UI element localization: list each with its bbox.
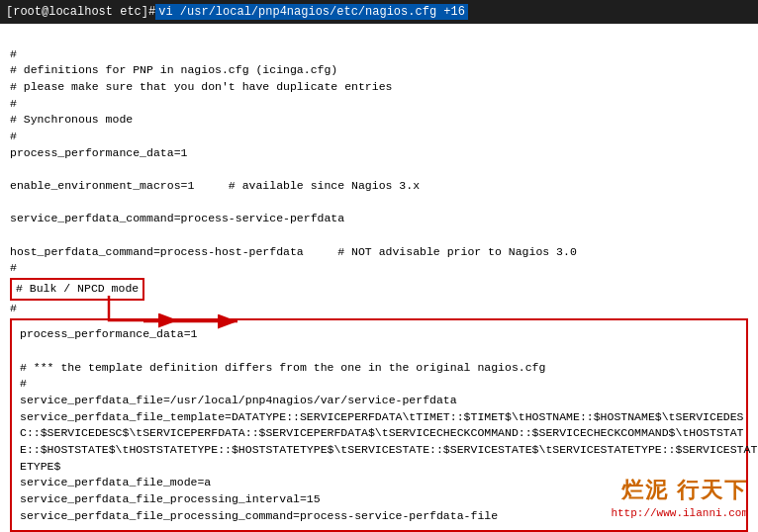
code-line: # *** the template definition differs fr… xyxy=(20,360,738,377)
code-line: # xyxy=(20,376,738,393)
code-line: # xyxy=(10,46,748,63)
terminal-window: [root@localhost etc]# vi /usr/local/pnp4… xyxy=(0,0,758,532)
code-line: service_perfdata_file_template=DATATYPE:… xyxy=(20,409,738,426)
bulk-label: # Bulk / NPCD mode xyxy=(10,278,144,301)
watermark-url: http://www.ilanni.com xyxy=(611,506,748,522)
command-bar: [root@localhost etc]# vi /usr/local/pnp4… xyxy=(0,0,758,24)
main-content: # # definitions for PNP in nagios.cfg (i… xyxy=(0,24,758,532)
command-text: vi /usr/local/pnp4nagios/etc/nagios.cfg … xyxy=(155,4,468,20)
hash-line: # xyxy=(10,301,748,317)
code-line: service_perfdata_file=/usr/local/pnp4nag… xyxy=(20,393,738,409)
code-line: E::$HOSTSTATE$\tHOSTSTATETYPE::$HOSTSTAT… xyxy=(20,442,738,459)
code-line: # xyxy=(10,260,748,277)
code-line: host_perfdata_command=process-host-perfd… xyxy=(10,244,748,261)
code-line: # xyxy=(10,129,748,145)
code-line: C::$SERVICEDESC$\tSERVICEPERFDATA::$SERV… xyxy=(20,425,738,442)
code-line xyxy=(10,195,748,212)
code-line: # xyxy=(10,96,748,113)
code-line: process_performance_data=1 xyxy=(20,326,738,343)
code-line: # please make sure that you don't have d… xyxy=(10,79,748,96)
code-line xyxy=(10,227,748,244)
code-line: service_perfdata_command=process-service… xyxy=(10,211,748,227)
code-line xyxy=(20,343,738,360)
code-line: enable_environment_macros=1 # available … xyxy=(10,178,748,195)
code-line: # definitions for PNP in nagios.cfg (ici… xyxy=(10,62,748,79)
top-lines: # # definitions for PNP in nagios.cfg (i… xyxy=(10,30,748,277)
watermark: 烂泥 行天下 http://www.ilanni.com xyxy=(611,475,748,522)
code-line: # Synchronous mode xyxy=(10,112,748,129)
code-line: process_performance_data=1 xyxy=(10,145,748,162)
code-line xyxy=(10,30,748,46)
code-line xyxy=(10,161,748,178)
watermark-chinese: 烂泥 行天下 xyxy=(611,475,748,506)
bulk-section: # Bulk / NPCD mode xyxy=(10,278,748,301)
shell-prompt: [root@localhost etc]# xyxy=(6,5,155,19)
code-line: ETYPE$ xyxy=(20,459,738,476)
